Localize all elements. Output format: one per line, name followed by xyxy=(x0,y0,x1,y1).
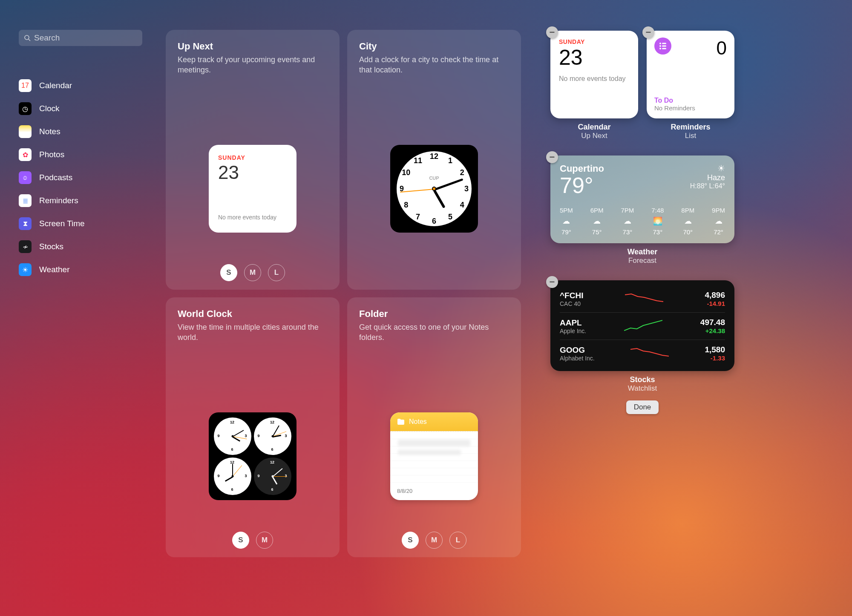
widget-calendar[interactable]: − SUNDAY 23 No more events today xyxy=(550,31,638,118)
world-clock-face: 12369 xyxy=(254,458,291,495)
size-option-s[interactable]: S xyxy=(402,532,419,549)
sidebar-item-label: Photos xyxy=(39,150,64,159)
stocks-icon: ≁ xyxy=(19,240,32,253)
weather-hour-time: 9PM xyxy=(712,207,725,214)
weather-hour-icon: ☁︎ xyxy=(624,216,631,226)
weather-hour-icon: ☁︎ xyxy=(684,216,692,226)
stock-change: -1.33 xyxy=(705,354,725,362)
world-clock-face: 12369 xyxy=(254,417,291,455)
clock-icon: ◷ xyxy=(19,102,32,115)
sidebar: Search 17Calendar◷ClockNotes✿Photos⌽Podc… xyxy=(19,30,142,276)
svg-point-0 xyxy=(25,35,29,40)
weather-hour: 7PM☁︎73° xyxy=(621,207,634,236)
sidebar-item-photos[interactable]: ✿Photos xyxy=(19,148,142,161)
sidebar-item-screen-time[interactable]: ⧗Screen Time xyxy=(19,217,142,230)
weather-hour: 7:48🌅73° xyxy=(651,207,664,236)
preview-up-next: SUNDAY 23 No more events today xyxy=(209,145,296,233)
preview-world-clock: 12369123691236912369 xyxy=(209,412,296,500)
widget-stocks[interactable]: − ^FCHICAC 404,896-14.91AAPLApple Inc.49… xyxy=(550,280,734,371)
svg-rect-3 xyxy=(662,43,666,44)
sidebar-item-label: Calendar xyxy=(39,81,72,90)
weather-hour-icon: ☁︎ xyxy=(593,216,601,226)
app-list: 17Calendar◷ClockNotes✿Photos⌽Podcasts≣Re… xyxy=(19,79,142,276)
weather-condition: Haze xyxy=(690,173,725,182)
clock-preview: CUP 123456789101112 xyxy=(390,145,478,233)
size-option-l[interactable]: L xyxy=(268,264,285,281)
sidebar-item-label: Reminders xyxy=(39,196,78,205)
notes-date: 8/8/20 xyxy=(390,484,478,500)
remove-widget-button[interactable]: − xyxy=(642,26,654,38)
size-row: SML xyxy=(166,264,340,281)
search-placeholder: Search xyxy=(34,33,60,43)
reminders-list-icon xyxy=(654,37,671,55)
search-icon xyxy=(24,35,31,41)
sidebar-item-reminders[interactable]: ≣Reminders xyxy=(19,194,142,207)
remove-widget-button[interactable]: − xyxy=(546,26,558,38)
notes-header: Notes xyxy=(390,412,478,431)
size-option-s[interactable]: S xyxy=(232,532,249,549)
widget-subtitle: Watchlist xyxy=(628,384,657,393)
search-input[interactable]: Search xyxy=(19,30,142,46)
gallery-card-world-clock[interactable]: World Clock View the time in multiple ci… xyxy=(166,297,340,557)
card-desc: Add a clock for a city to check the time… xyxy=(359,55,509,75)
size-option-m[interactable]: M xyxy=(244,264,261,281)
clock-city-label: CUP xyxy=(429,176,439,181)
size-option-s[interactable]: S xyxy=(220,264,237,281)
gallery-card-folder[interactable]: Folder Get quick access to one of your N… xyxy=(347,297,521,557)
clock-face: CUP 123456789101112 xyxy=(397,151,472,226)
weather-hour-temp: 72° xyxy=(714,228,723,236)
remove-widget-button[interactable]: − xyxy=(546,276,558,288)
calendar-day-of-week: SUNDAY xyxy=(218,154,287,161)
active-widgets: − SUNDAY 23 No more events today Calenda… xyxy=(549,31,736,414)
weather-hour-icon: ☁︎ xyxy=(562,216,570,226)
notes-preview: Notes 8/8/20 xyxy=(390,412,478,500)
sidebar-item-stocks[interactable]: ≁Stocks xyxy=(19,240,142,253)
sidebar-item-podcasts[interactable]: ⌽Podcasts xyxy=(19,171,142,184)
weather-condition-icon: ☀︎ xyxy=(690,163,725,173)
calendar-day-number: 23 xyxy=(559,45,630,70)
weather-hour: 6PM☁︎75° xyxy=(590,207,604,236)
widget-title: Stocks xyxy=(630,375,655,384)
stock-row[interactable]: ^FCHICAC 404,896-14.91 xyxy=(560,285,725,313)
weather-hour-temp: 73° xyxy=(653,228,663,236)
widget-title: Calendar xyxy=(578,123,610,132)
card-title: City xyxy=(359,41,509,52)
stock-name: Alphabet Inc. xyxy=(560,355,595,362)
stock-price: 497.48 xyxy=(700,318,725,327)
notes-icon xyxy=(19,125,32,138)
stock-name: CAC 40 xyxy=(560,300,583,307)
gallery-card-city[interactable]: City Add a clock for a city to check the… xyxy=(347,30,521,290)
card-title: Folder xyxy=(359,308,509,320)
stock-change: -14.91 xyxy=(705,300,725,307)
widget-weather[interactable]: − Cupertino 79° ☀︎ Haze H:88° L:64° 5PM☁… xyxy=(550,155,734,243)
sidebar-item-label: Weather xyxy=(39,265,69,274)
sidebar-item-notes[interactable]: Notes xyxy=(19,125,142,138)
svg-point-6 xyxy=(659,48,661,49)
notes-label: Notes xyxy=(409,418,427,426)
gallery-card-up-next[interactable]: Up Next Keep track of your upcoming even… xyxy=(166,30,340,290)
weather-hour-time: 7PM xyxy=(621,207,634,214)
widget-reminders[interactable]: − 0 To Do No Reminders xyxy=(647,31,734,118)
preview-city: CUP 123456789101112 xyxy=(390,145,478,233)
size-option-l[interactable]: L xyxy=(449,532,466,549)
sidebar-item-label: Podcasts xyxy=(39,173,72,182)
calendar-preview: SUNDAY 23 No more events today xyxy=(209,145,296,233)
stock-symbol: ^FCHI xyxy=(560,291,583,300)
stock-row[interactable]: GOOGAlphabet Inc.1,580-1.33 xyxy=(560,340,725,367)
widget-title: Weather xyxy=(627,248,658,256)
weather-hour-temp: 75° xyxy=(592,228,602,236)
world-clock-preview: 12369123691236912369 xyxy=(209,412,296,500)
reminders-icon: ≣ xyxy=(19,194,32,207)
sidebar-item-weather[interactable]: ☀Weather xyxy=(19,263,142,276)
remove-widget-button[interactable]: − xyxy=(546,151,558,163)
size-option-m[interactable]: M xyxy=(256,532,273,549)
sidebar-item-label: Stocks xyxy=(39,242,63,251)
sidebar-item-calendar[interactable]: 17Calendar xyxy=(19,79,142,92)
size-option-m[interactable]: M xyxy=(426,532,443,549)
stock-row[interactable]: AAPLApple Inc.497.48+24.38 xyxy=(560,313,725,340)
sidebar-item-clock[interactable]: ◷Clock xyxy=(19,102,142,115)
stock-change: +24.38 xyxy=(700,327,725,334)
svg-point-2 xyxy=(659,43,661,44)
weather-icon: ☀ xyxy=(19,263,32,276)
done-button[interactable]: Done xyxy=(626,400,659,414)
